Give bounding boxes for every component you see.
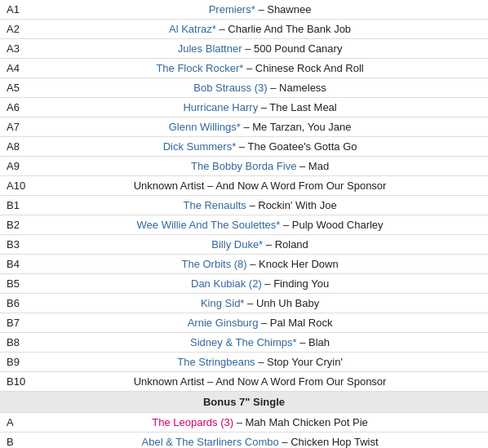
artist-link[interactable]: King Sid* bbox=[201, 297, 244, 309]
artist-name: Unknown Artist bbox=[134, 375, 205, 388]
track-info: Arnie Ginsburg – Pal Mal Rock bbox=[32, 313, 488, 333]
track-info: Dan Kubiak (2) – Finding You bbox=[32, 274, 488, 294]
track-info: Jules Blattner – 500 Pound Canary bbox=[32, 39, 488, 59]
bonus-header-label: Bonus 7" Single bbox=[0, 392, 488, 413]
track-info: The Renaults – Rockin' With Joe bbox=[32, 196, 488, 215]
list-item: A5Bob Strauss (3) – Nameless bbox=[0, 78, 488, 98]
track-info: The Stringbeans – Stop Your Cryin' bbox=[32, 353, 488, 372]
track-title: – Finding You bbox=[262, 277, 329, 290]
list-item: A4The Flock Rocker* – Chinese Rock And R… bbox=[0, 59, 488, 78]
track-position: A8 bbox=[0, 137, 32, 157]
track-title: – Blah bbox=[297, 336, 330, 348]
artist-link[interactable]: The Bobby Borda Five bbox=[191, 160, 296, 172]
track-info: Sidney & The Chimps* – Blah bbox=[32, 333, 488, 353]
list-item: B3Billy Duke* – Roland bbox=[0, 235, 488, 255]
artist-link[interactable]: Dick Summers* bbox=[163, 140, 237, 153]
track-info: The Leopards (3) – Mah Mah Chicken Pot P… bbox=[32, 413, 488, 432]
track-title: – And Now A Word From Our Sponsor bbox=[204, 375, 386, 388]
list-item: B10Unknown Artist – And Now A Word From … bbox=[0, 372, 488, 392]
track-position: A4 bbox=[0, 59, 32, 78]
track-position: B bbox=[0, 432, 32, 449]
artist-link[interactable]: The Leopards (3) bbox=[152, 416, 233, 428]
track-info: Dick Summers* – The Goatee's Gotta Go bbox=[32, 137, 488, 157]
track-title: – Rockin' With Joe bbox=[246, 199, 337, 211]
track-title: – Mad bbox=[296, 160, 329, 172]
track-position: B1 bbox=[0, 196, 32, 215]
artist-link[interactable]: Arnie Ginsburg bbox=[188, 317, 259, 329]
track-info: Premiers* – Shawnee bbox=[32, 0, 488, 20]
list-item: A8Dick Summers* – The Goatee's Gotta Go bbox=[0, 137, 488, 157]
track-info: Billy Duke* – Roland bbox=[32, 235, 488, 255]
artist-link[interactable]: The Stringbeans bbox=[177, 356, 255, 368]
list-item: A9The Bobby Borda Five – Mad bbox=[0, 157, 488, 176]
track-position: A10 bbox=[0, 176, 32, 196]
list-item: A10Unknown Artist – And Now A Word From … bbox=[0, 176, 488, 196]
track-position: B10 bbox=[0, 372, 32, 392]
track-title: – Knock Her Down bbox=[247, 258, 339, 270]
track-info: The Flock Rocker* – Chinese Rock And Rol… bbox=[32, 59, 488, 78]
track-title: – Pal Mal Rock bbox=[258, 317, 332, 329]
track-position: A6 bbox=[0, 98, 32, 118]
artist-link[interactable]: The Orbits (8) bbox=[181, 258, 246, 270]
list-item: B1The Renaults – Rockin' With Joe bbox=[0, 196, 488, 215]
artist-link[interactable]: Billy Duke* bbox=[211, 238, 263, 251]
list-item: A6Hurricane Harry – The Last Meal bbox=[0, 98, 488, 118]
track-position: B8 bbox=[0, 333, 32, 353]
list-item: B9The Stringbeans – Stop Your Cryin' bbox=[0, 353, 488, 372]
track-position: B5 bbox=[0, 274, 32, 294]
track-title: – The Last Meal bbox=[258, 101, 337, 113]
track-position: B6 bbox=[0, 294, 32, 313]
artist-link[interactable]: Jules Blattner bbox=[178, 42, 242, 55]
list-item: A1Premiers* – Shawnee bbox=[0, 0, 488, 20]
track-list: A1Premiers* – ShawneeA2Al Katraz* – Char… bbox=[0, 0, 488, 448]
track-title: – And Now A Word From Our Sponsor bbox=[204, 180, 386, 192]
artist-link[interactable]: Dan Kubiak (2) bbox=[191, 277, 262, 290]
track-info: Glenn Willings* – Me Tarzan, You Jane bbox=[32, 118, 488, 137]
track-info: Unknown Artist – And Now A Word From Our… bbox=[32, 176, 488, 196]
track-position: A bbox=[0, 413, 32, 432]
track-info: Al Katraz* – Charlie And The Bank Job bbox=[32, 20, 488, 39]
track-title: – Shawnee bbox=[255, 3, 312, 16]
track-position: A7 bbox=[0, 118, 32, 137]
artist-name: Unknown Artist bbox=[134, 180, 205, 192]
list-item: BAbel & The Starliners Combo – Chicken H… bbox=[0, 432, 488, 449]
list-item: A2Al Katraz* – Charlie And The Bank Job bbox=[0, 20, 488, 39]
track-info: King Sid* – Unh Uh Baby bbox=[32, 294, 488, 313]
track-title: – Chinese Rock And Roll bbox=[243, 62, 363, 74]
track-title: – Mah Mah Chicken Pot Pie bbox=[233, 416, 368, 428]
artist-link[interactable]: Hurricane Harry bbox=[183, 101, 258, 113]
list-item: B4The Orbits (8) – Knock Her Down bbox=[0, 255, 488, 274]
artist-link[interactable]: The Flock Rocker* bbox=[156, 62, 243, 74]
track-info: The Orbits (8) – Knock Her Down bbox=[32, 255, 488, 274]
track-position: B4 bbox=[0, 255, 32, 274]
artist-link[interactable]: The Renaults bbox=[183, 199, 246, 211]
artist-link[interactable]: Glenn Willings* bbox=[169, 121, 241, 133]
artist-link[interactable]: Wee Willie And The Soulettes* bbox=[137, 219, 281, 231]
track-position: B2 bbox=[0, 215, 32, 235]
track-position: B7 bbox=[0, 313, 32, 333]
track-position: A1 bbox=[0, 0, 32, 20]
list-item: B7Arnie Ginsburg – Pal Mal Rock bbox=[0, 313, 488, 333]
track-info: Wee Willie And The Soulettes* – Pulp Woo… bbox=[32, 215, 488, 235]
track-title: – Me Tarzan, You Jane bbox=[241, 121, 352, 133]
artist-link[interactable]: Premiers* bbox=[209, 3, 255, 16]
artist-link[interactable]: Al Katraz* bbox=[169, 23, 216, 35]
artist-link[interactable]: Abel & The Starliners Combo bbox=[142, 436, 279, 448]
track-title: – Charlie And The Bank Job bbox=[216, 23, 351, 35]
track-position: B9 bbox=[0, 353, 32, 372]
track-info: Hurricane Harry – The Last Meal bbox=[32, 98, 488, 118]
list-item: A3Jules Blattner – 500 Pound Canary bbox=[0, 39, 488, 59]
list-item: B6King Sid* – Unh Uh Baby bbox=[0, 294, 488, 313]
track-title: – Pulp Wood Charley bbox=[280, 219, 383, 231]
artist-link[interactable]: Sidney & The Chimps* bbox=[190, 336, 297, 348]
list-item: AThe Leopards (3) – Mah Mah Chicken Pot … bbox=[0, 413, 488, 432]
track-position: A3 bbox=[0, 39, 32, 59]
list-item: B2Wee Willie And The Soulettes* – Pulp W… bbox=[0, 215, 488, 235]
track-info: Bob Strauss (3) – Nameless bbox=[32, 78, 488, 98]
track-title: – Nameless bbox=[268, 82, 326, 94]
artist-link[interactable]: Bob Strauss (3) bbox=[193, 82, 267, 94]
track-position: A9 bbox=[0, 157, 32, 176]
list-item: B8Sidney & The Chimps* – Blah bbox=[0, 333, 488, 353]
track-title: – Roland bbox=[263, 238, 308, 251]
track-title: – Chicken Hop Twist bbox=[279, 436, 379, 448]
